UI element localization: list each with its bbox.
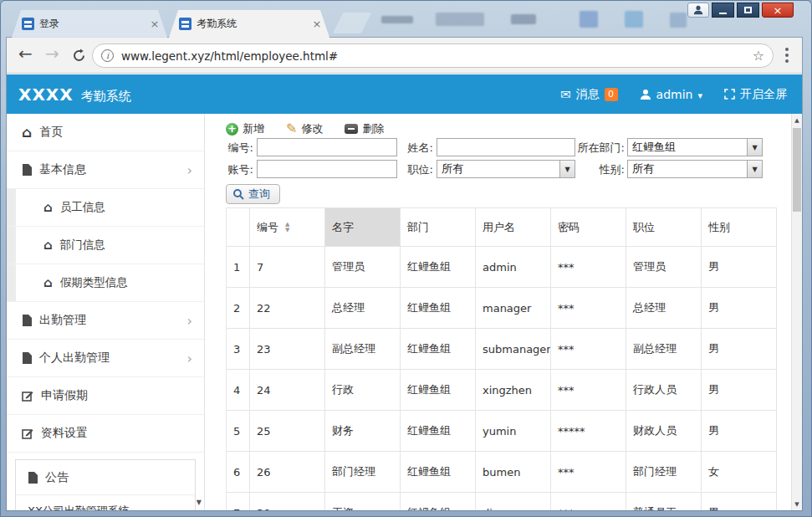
cell-gender: 女: [702, 452, 777, 493]
sidebar-item-attendance-mgmt[interactable]: 出勤管理: [7, 302, 204, 340]
cell-gender: 男: [702, 493, 777, 511]
address-bar[interactable]: www.legent.xyz/html/employee.html#: [92, 44, 774, 68]
add-button[interactable]: 新增: [226, 121, 264, 136]
sidebar-item-employee-info[interactable]: 员工信息: [7, 189, 204, 227]
cell-position: 财政人员: [626, 411, 702, 452]
home-icon: [43, 238, 53, 252]
file-icon: [22, 352, 32, 364]
sidebar-scroll-down-icon[interactable]: [197, 499, 202, 506]
position-select-value: 所有: [437, 161, 559, 177]
browser-menu-button[interactable]: [785, 48, 789, 63]
tab-close-icon[interactable]: [311, 18, 323, 30]
department-select[interactable]: 红鲤鱼组: [627, 138, 763, 156]
refresh-button[interactable]: [72, 49, 86, 66]
department-filter-label: 所在部门:: [556, 141, 625, 156]
gender-select[interactable]: 所有: [627, 160, 763, 178]
cell-name: 财务: [325, 411, 401, 452]
tab-login[interactable]: 登录: [12, 10, 167, 38]
user-icon: [640, 89, 651, 100]
header-actions: 消息 0 admin 开启全屏: [560, 87, 787, 102]
position-filter-label: 职位:: [396, 162, 433, 177]
employee-table: 编号 名字 部门 用户名 密码 职位 性别 1 7: [226, 207, 777, 510]
add-label: 新增: [243, 121, 264, 136]
desktop-smudge: [580, 11, 598, 28]
sidebar-item-department-info[interactable]: 部门信息: [7, 227, 204, 264]
cell-username: ding: [476, 493, 551, 511]
close-button[interactable]: [762, 3, 794, 18]
file-icon: [22, 315, 32, 326]
table-row[interactable]: 7 30 工资 红鲤鱼组 ding *** 普通员工 男: [227, 493, 777, 511]
cell-position: 副总经理: [626, 329, 702, 370]
search-button[interactable]: 查询: [226, 184, 280, 204]
scroll-up-button[interactable]: [792, 114, 802, 126]
cell-name: 工资: [325, 493, 401, 511]
info-icon[interactable]: [101, 49, 114, 62]
messages-button[interactable]: 消息 0: [560, 87, 618, 102]
sidebar-item-apply-leave[interactable]: 申请假期: [7, 377, 204, 415]
favicon: [179, 18, 192, 30]
fullscreen-button[interactable]: 开启全屏: [724, 87, 787, 102]
header-id[interactable]: 编号: [250, 208, 325, 247]
edit-button[interactable]: 修改: [286, 121, 323, 136]
url-text[interactable]: www.legent.xyz/html/employee.html#: [121, 49, 753, 63]
position-select[interactable]: 所有: [437, 160, 575, 178]
sidebar-item-home[interactable]: 首页: [7, 114, 204, 151]
app-header: XXXX 考勤系统 消息 0 admin 开启全屏: [7, 74, 802, 114]
sort-icon[interactable]: [285, 222, 289, 233]
chevron-right-icon: [187, 162, 192, 178]
cell-gender: 男: [702, 288, 777, 329]
page-scrollbar: [791, 114, 802, 510]
cell-username: xingzhen: [476, 370, 551, 411]
gender-select-value: 所有: [628, 161, 747, 177]
cell-department: 红鲤鱼组: [401, 288, 476, 329]
scroll-down-button[interactable]: [792, 498, 802, 510]
sidebar-item-label: 公告: [45, 470, 69, 485]
table-row[interactable]: 3 23 副总经理 红鲤鱼组 submanager *** 副总经理 男: [227, 329, 777, 370]
header-name[interactable]: 名字: [325, 208, 401, 247]
name-filter-input[interactable]: [437, 138, 575, 156]
desktop-smudge: [625, 11, 643, 28]
sidebar-item-profile-settings[interactable]: 资料设置: [7, 415, 204, 453]
cell-department: 红鲤鱼组: [401, 370, 476, 411]
sidebar-item-label: 资料设置: [41, 426, 88, 441]
tab-close-icon[interactable]: [149, 18, 161, 30]
sidebar-item-personal-attendance[interactable]: 个人出勤管理: [7, 340, 204, 377]
cell-username: manager: [476, 288, 551, 329]
user-menu[interactable]: admin: [640, 88, 702, 101]
cell-name: 管理员: [325, 247, 401, 288]
cell-id: 22: [250, 288, 325, 329]
tab-attendance-system[interactable]: 考勤系统: [169, 10, 329, 38]
cell-id: 23: [250, 329, 325, 370]
account-filter-input[interactable]: [257, 160, 397, 178]
table-row[interactable]: 1 7 管理员 红鲤鱼组 admin *** 管理员 男: [227, 247, 777, 288]
id-filter-input[interactable]: [257, 138, 397, 156]
fullscreen-label: 开启全屏: [740, 87, 787, 102]
header-department[interactable]: 部门: [401, 208, 476, 247]
header-password[interactable]: 密码: [551, 208, 626, 247]
delete-button[interactable]: 删除: [345, 121, 384, 136]
browser-profile-button[interactable]: [687, 3, 709, 18]
cell-position: 管理员: [626, 247, 702, 288]
sidebar-item-basic-info[interactable]: 基本信息: [7, 151, 204, 189]
home-icon: [22, 125, 32, 140]
bookmark-star-icon[interactable]: [753, 48, 764, 64]
table-row[interactable]: 2 22 总经理 红鲤鱼组 manager *** 总经理 男: [227, 288, 777, 329]
table-row[interactable]: 4 24 行政 红鲤鱼组 xingzhen *** 行政人员 男: [227, 370, 777, 411]
header-position[interactable]: 职位: [626, 208, 702, 247]
cell-department: 红鲤鱼组: [401, 247, 476, 288]
sidebar-item-label: 部门信息: [60, 238, 105, 253]
sidebar-item-notice[interactable]: 公告: [16, 460, 195, 495]
app-title: 考勤系统: [81, 89, 131, 105]
table-row[interactable]: 5 25 财务 红鲤鱼组 yumin ***** 财政人员 男: [227, 411, 777, 452]
maximize-button[interactable]: [737, 3, 759, 18]
sidebar-item-holiday-type-info[interactable]: 假期类型信息: [7, 264, 204, 302]
add-icon: [226, 123, 238, 136]
header-gender[interactable]: 性别: [702, 208, 777, 247]
forward-button[interactable]: [45, 44, 59, 64]
minimize-button[interactable]: [712, 3, 734, 18]
table-row[interactable]: 6 26 部门经理 红鲤鱼组 bumen *** 部门经理 女: [227, 452, 777, 493]
header-username[interactable]: 用户名: [476, 208, 551, 247]
scrollbar-thumb[interactable]: [793, 128, 801, 212]
back-button[interactable]: [18, 44, 33, 64]
person-icon: [693, 5, 703, 15]
